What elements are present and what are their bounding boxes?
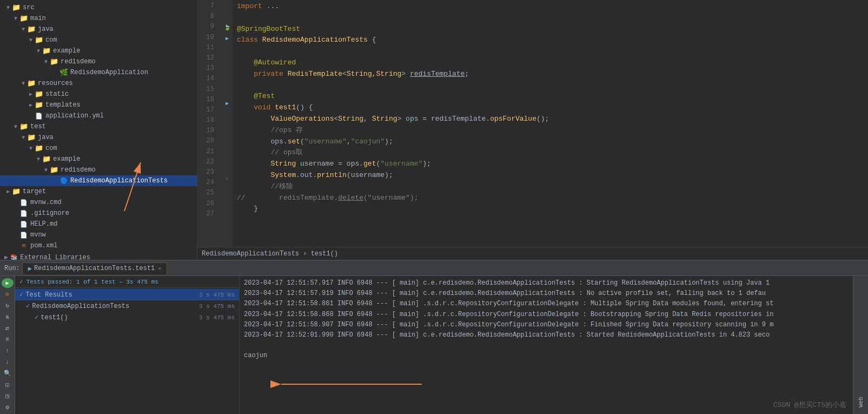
tree-item-resources[interactable]: ▼ 📁 resources (0, 78, 197, 89)
tree-button[interactable]: ≡ (2, 334, 14, 344)
external-libraries-section[interactable]: ▶ 📚 External Libraries (0, 251, 197, 260)
file-icon: 📄 (19, 231, 28, 239)
settings-button[interactable]: ⚙ (2, 402, 14, 412)
tree-item-application[interactable]: ▶ 🌿 RedisdemoApplication (0, 67, 197, 78)
tree-label: RedisdemoApplication (70, 69, 148, 76)
watermark: CSDN @想买CT5的小嘉 (773, 400, 846, 410)
right-tool-strip: Web (853, 276, 868, 414)
folder-icon: 📁 (42, 155, 51, 163)
tree-item-pomxml[interactable]: ▶ m pom.xml (0, 240, 197, 251)
test-result-method[interactable]: ✓ test1() 3 s 475 ms (15, 312, 239, 323)
tree-item-helpmd[interactable]: ▶ 📄 HELP.md (0, 219, 197, 229)
code-line-10: class RedisdemoApplicationTests { (237, 35, 868, 46)
import-button[interactable]: ↓ (2, 357, 14, 367)
expand-arrow: ▼ (12, 124, 19, 130)
export-button[interactable]: ↑ (2, 346, 14, 356)
sort2-button[interactable]: ⇄ (2, 323, 14, 333)
code-line-14 (237, 80, 868, 91)
test-result-class[interactable]: ✓ RedisdemoApplicationTests 3 s 475 ms (15, 300, 239, 312)
code-line-11 (237, 46, 868, 57)
run-tab-bar: Run: ▶ RedisdemoApplicationTests.test1 ✕ (0, 261, 868, 276)
code-line-12: @Autowired (237, 57, 868, 69)
code-line-24: // redisTemplate.delete("username"); (237, 193, 868, 204)
tree-label: application.yml (45, 112, 104, 120)
gutter-14 (222, 77, 233, 88)
test-result-root[interactable]: ✓ Test Results 3 s 475 ms (15, 289, 239, 300)
tree-label: redisdemo (61, 58, 96, 65)
tree-item-target[interactable]: ▶ 📁 target (0, 186, 197, 197)
tree-item-mvnw[interactable]: ▶ 📄 mvnw (0, 229, 197, 240)
expand-button[interactable]: ◱ (2, 379, 14, 389)
code-editor[interactable]: import ... @SpringBootTest class Redisde… (233, 0, 868, 247)
test-results-list: ✓ Test Results 3 s 475 ms ✓ RedisdemoApp… (15, 288, 239, 414)
file-icon: 📄 (19, 220, 28, 228)
tree-item-main[interactable]: ▼ 📁 main (0, 13, 197, 24)
expand-arrow: ▼ (35, 48, 42, 54)
test-file-icon: 🔵 (59, 176, 68, 185)
tree-label: example (53, 47, 80, 55)
project-sidebar: ▼ 📁 src ▼ 📁 main ▼ 📁 java ▼ (0, 0, 197, 260)
gutter-8 (222, 12, 233, 23)
tree-item-test-redisdemo[interactable]: ▼ 📁 redisdemo (0, 165, 197, 175)
pass-check-icon: ✓ (26, 302, 30, 310)
code-line-21: String username = ops.get("username"); (237, 159, 868, 170)
folder-icon: 📁 (19, 14, 28, 23)
code-line-17: ValueOperations<String, String> ops = re… (237, 114, 868, 125)
test-status-bar: ✓ Tests passed: 1 of 1 test – 3s 475 ms (15, 276, 239, 288)
code-line-16: void test1() { (237, 102, 868, 114)
tree-label: redisdemo (61, 166, 96, 174)
tree-item-java[interactable]: ▼ 📁 java (0, 24, 197, 35)
play-button[interactable]: ▶ (2, 278, 14, 288)
tree-item-com[interactable]: ▼ 📁 com (0, 35, 197, 45)
tree-item-tests-class[interactable]: ▶ 🔵 RedisdemoApplicationTests (0, 175, 197, 186)
tree-label: mvnw (30, 231, 46, 239)
web-label[interactable]: Web (858, 397, 864, 408)
tree-item-appyml[interactable]: ▶ 📄 application.yml (0, 110, 197, 121)
gutter-10: ▶ (222, 34, 233, 44)
tree-item-gitignore[interactable]: ▶ 📄 .gitignore (0, 208, 197, 219)
code-line-19: ops.set("username","caojun"); (237, 136, 868, 148)
test-result-label: Test Results (25, 291, 72, 299)
tree-label: templates (45, 101, 81, 109)
tree-item-example[interactable]: ▼ 📁 example (0, 45, 197, 56)
stop-button[interactable]: ⊘ (2, 290, 14, 299)
tree-item-templates[interactable]: ▶ 📁 templates (0, 100, 197, 110)
collapse-button[interactable]: ◳ (2, 391, 14, 400)
editor-area: 7 8 9 10 11 12 13 14 15 16 17 18 19 20 2… (197, 0, 868, 260)
run-tab[interactable]: ▶ RedisdemoApplicationTests.test1 ✕ (22, 262, 168, 274)
tree-item-src[interactable]: ▼ 📁 src (0, 2, 197, 13)
tree-item-mvnwcmd[interactable]: ▶ 📄 mvnw.cmd (0, 197, 197, 208)
bottom-content: ▶ ⊘ ↻ ⇅ ⇄ ≡ ↑ ↓ 🔍 ◱ ◳ ⚙ ✓ Tests passed: … (0, 276, 868, 414)
sort-button[interactable]: ⇅ (2, 312, 14, 321)
code-line-26 (237, 215, 868, 226)
tree-item-test-com[interactable]: ▼ 📁 com (0, 143, 197, 154)
search-button[interactable]: 🔍 (2, 369, 14, 378)
test-panel: ✓ Tests passed: 1 of 1 test – 3s 475 ms … (15, 276, 240, 414)
code-line-13: private RedisTemplate<String,String> red… (237, 69, 868, 80)
test-result-time: 3 s 475 ms (199, 314, 235, 321)
gutter-24 (222, 185, 233, 196)
spring-icon: 🌿 (59, 68, 68, 77)
gutter-13 (222, 66, 233, 77)
run-tab-close[interactable]: ✕ (158, 265, 161, 272)
pass-check-icon: ✓ (35, 313, 38, 321)
expand-arrow: ▼ (42, 167, 50, 173)
breadcrumb: RedisdemoApplicationTests › test1() (197, 247, 868, 260)
expand-arrow: ▶ (27, 91, 35, 97)
folder-icon: 📁 (27, 133, 36, 142)
tree-label: com (45, 144, 57, 152)
expand-arrow: ▶ (4, 188, 12, 195)
tree-item-test[interactable]: ▼ 📁 test (0, 121, 197, 132)
tree-item-static[interactable]: ▶ 📁 static (0, 89, 197, 100)
console-line-blank (244, 340, 864, 351)
console-line-6: 2023-04-17 12:52:01.990 INFO 6948 --- [ … (244, 330, 864, 340)
rerun-button[interactable]: ↻ (2, 301, 14, 311)
tree-item-test-example[interactable]: ▼ 📁 example (0, 154, 197, 165)
expand-arrow: ▼ (27, 37, 35, 43)
tree-item-test-java[interactable]: ▼ 📁 java (0, 132, 197, 143)
tree-item-redisdemo[interactable]: ▼ 📁 redisdemo (0, 56, 197, 67)
console-output-caojun: caojun (244, 351, 864, 361)
folder-icon: 📁 (27, 79, 36, 88)
console-output: 2023-04-17 12:51:57.917 INFO 6948 --- [ … (240, 276, 868, 414)
run-tab-icon: ▶ (28, 265, 32, 273)
